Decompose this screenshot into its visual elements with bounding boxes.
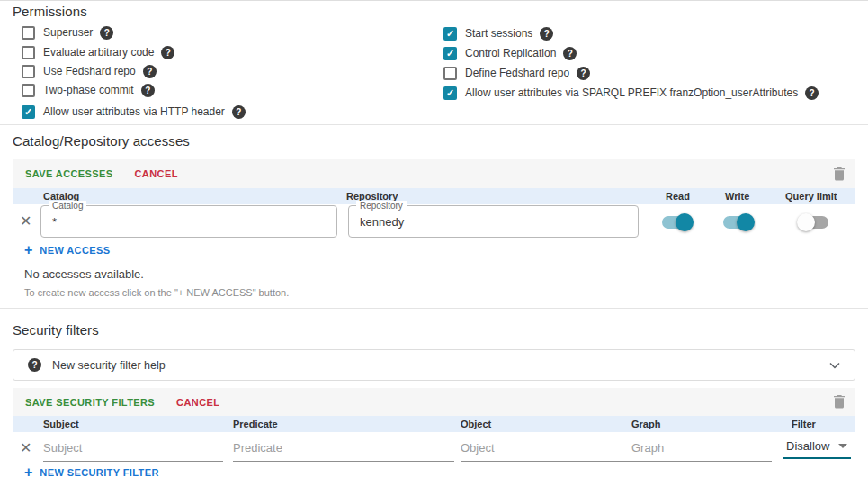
column-header-query-limit: Query limit <box>785 188 837 204</box>
section-divider <box>0 308 868 309</box>
chevron-down-icon <box>829 362 840 369</box>
permission-label: Superuser <box>43 26 93 39</box>
new-access-label: NEW ACCESS <box>40 245 110 256</box>
security-filters-title: Security filters <box>13 322 99 338</box>
filter-select-value: Disallow <box>783 439 838 453</box>
object-input[interactable] <box>461 437 631 461</box>
column-header-graph: Graph <box>631 416 660 432</box>
toggle-knob <box>797 213 815 231</box>
dropdown-caret-icon <box>838 444 847 448</box>
toggle-knob <box>737 213 755 231</box>
permission-item-sparql-prefix-attributes: Allow user attributes via SPARQL PREFIX … <box>443 86 819 100</box>
toggle-knob <box>676 213 694 231</box>
column-header-object: Object <box>461 416 491 432</box>
repository-input[interactable] <box>349 206 638 237</box>
checkbox-superuser[interactable] <box>22 26 35 40</box>
column-header-write: Write <box>725 188 749 204</box>
help-icon[interactable] <box>161 46 174 59</box>
save-security-filters-button[interactable]: SAVE SECURITY FILTERS <box>25 397 155 408</box>
permission-item-define-fedshard: Define Fedshard repo <box>443 66 590 80</box>
access-row: Catalog Repository <box>13 204 855 239</box>
column-header-read: Read <box>666 188 690 204</box>
delete-security-filters-button[interactable] <box>834 395 845 409</box>
column-header-predicate: Predicate <box>233 416 278 432</box>
new-security-filter-label: NEW SECURITY FILTER <box>40 467 158 478</box>
remove-access-icon[interactable] <box>20 214 31 229</box>
permission-item-use-fedshard: Use Fedshard repo <box>22 64 157 78</box>
plus-icon: + <box>24 466 32 478</box>
security-filter-row: Disallow <box>13 432 855 464</box>
help-icon[interactable] <box>563 47 577 60</box>
permission-label: Two-phase commit <box>43 84 134 96</box>
trash-icon <box>834 395 845 409</box>
help-icon[interactable] <box>805 86 819 100</box>
graph-input[interactable] <box>631 437 772 461</box>
help-icon[interactable] <box>143 65 157 78</box>
checkbox-evaluate-code[interactable] <box>22 46 35 59</box>
predicate-input[interactable] <box>233 437 454 461</box>
query-limit-toggle[interactable] <box>798 216 828 229</box>
object-field <box>461 437 631 462</box>
filter-select[interactable]: Disallow <box>783 435 851 459</box>
user-permissions-page: Permissions Superuser Evaluate arbitrary… <box>0 0 868 478</box>
subject-field <box>43 437 223 462</box>
cancel-accesses-button[interactable]: CANCEL <box>135 168 178 179</box>
permission-label: Allow user attributes via HTTP header <box>43 105 225 118</box>
section-divider <box>0 124 868 125</box>
subject-input[interactable] <box>43 437 223 461</box>
write-toggle[interactable] <box>723 216 754 229</box>
remove-security-filter-icon[interactable] <box>20 441 31 455</box>
help-icon[interactable] <box>141 84 155 97</box>
checkbox-start-sessions[interactable] <box>443 27 457 41</box>
save-accesses-button[interactable]: SAVE ACCESSES <box>25 168 113 179</box>
security-filter-help-panel[interactable]: New security filter help <box>13 349 855 381</box>
new-access-hint-text: To create new access click on the "+ NEW… <box>24 287 289 298</box>
graph-field <box>631 437 772 462</box>
checkbox-sparql-prefix-attributes[interactable] <box>443 86 457 100</box>
trash-icon <box>834 167 845 181</box>
new-security-filter-button[interactable]: + NEW SECURITY FILTER <box>24 466 159 478</box>
predicate-field <box>233 437 454 462</box>
permission-item-two-phase-commit: Two-phase commit <box>22 83 155 97</box>
catalog-field-label: Catalog <box>49 201 86 211</box>
checkbox-http-header-attributes[interactable] <box>22 105 35 119</box>
help-icon[interactable] <box>577 67 590 80</box>
permission-label: Allow user attributes via SPARQL PREFIX … <box>465 86 798 99</box>
permission-item-start-sessions: Start sessions <box>443 26 553 41</box>
permission-label: Evaluate arbitrary code <box>43 46 154 59</box>
checkbox-define-fedshard[interactable] <box>443 67 457 80</box>
permission-label: Use Fedshard repo <box>43 65 136 77</box>
top-divider <box>0 0 868 1</box>
help-icon[interactable] <box>232 105 246 119</box>
checkbox-two-phase-commit[interactable] <box>22 84 35 97</box>
permission-label: Start sessions <box>465 27 532 40</box>
security-filters-table-header: Subject Predicate Object Graph Filter <box>13 416 855 432</box>
plus-icon: + <box>24 244 32 257</box>
permissions-title: Permissions <box>13 4 87 19</box>
accesses-title: Catalog/Repository accesses <box>13 133 190 149</box>
permission-label: Control Replication <box>465 47 556 59</box>
accesses-table-header: Catalog Repository Read Write Query limi… <box>13 188 855 204</box>
help-panel-label: New security filter help <box>52 359 829 372</box>
no-accesses-text: No accesses available. <box>24 267 144 281</box>
permission-item-evaluate-code: Evaluate arbitrary code <box>22 45 174 59</box>
checkbox-use-fedshard[interactable] <box>22 65 35 78</box>
help-icon[interactable] <box>540 27 553 41</box>
new-access-button[interactable]: + NEW ACCESS <box>24 244 111 257</box>
accesses-toolbar: SAVE ACCESSES CANCEL <box>13 159 855 188</box>
column-header-filter: Filter <box>792 416 816 432</box>
catalog-input[interactable] <box>41 206 336 237</box>
delete-accesses-button[interactable] <box>834 167 845 181</box>
cancel-security-filters-button[interactable]: CANCEL <box>176 397 219 408</box>
repository-field-label: Repository <box>356 201 407 211</box>
checkbox-control-replication[interactable] <box>443 47 457 60</box>
column-header-subject: Subject <box>43 416 79 432</box>
help-icon <box>28 358 41 372</box>
security-filters-toolbar: SAVE SECURITY FILTERS CANCEL <box>13 388 855 416</box>
permission-item-superuser: Superuser <box>22 25 113 40</box>
help-icon[interactable] <box>100 26 113 40</box>
repository-field: Repository <box>348 205 639 238</box>
permission-item-http-header-attributes: Allow user attributes via HTTP header <box>22 104 246 119</box>
catalog-field: Catalog <box>40 205 337 238</box>
read-toggle[interactable] <box>662 216 693 229</box>
